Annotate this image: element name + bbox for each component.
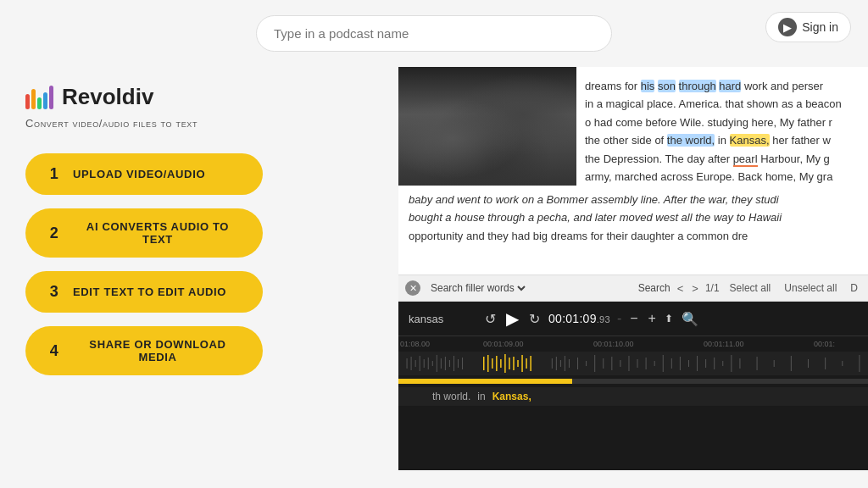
rewind-button[interactable]: ↺ (483, 311, 498, 327)
video-thumbnail (398, 67, 576, 186)
text-line-5: the Depression. The day after pearl Harb… (585, 150, 860, 168)
timeline-marker-1: 01:08.00 (400, 340, 430, 348)
timeline-marker-2: 00:01:09.00 (483, 340, 524, 348)
select-all-button[interactable]: Select all (726, 282, 775, 294)
sign-in-button[interactable]: ▶ Sign in (765, 12, 851, 42)
highlight-hard: hard (719, 80, 741, 92)
header: ▶ Sign in (0, 0, 868, 67)
play-button[interactable]: ▶ (504, 308, 520, 329)
step-1-number: 1 (46, 165, 63, 183)
logo-bar-2 (31, 89, 36, 109)
step-1-button[interactable]: 1 Upload video/audio (25, 153, 263, 195)
progress-fill (398, 379, 572, 384)
logo-bar-5 (49, 86, 53, 109)
timeline-marker-4: 00:01:11.00 (704, 340, 744, 348)
step-3-number: 3 (46, 283, 63, 301)
subtitle-text-before: th world. (432, 391, 470, 402)
logo-bar-4 (43, 92, 47, 109)
main-content: Revoldiv Convert video/audio files to te… (0, 67, 868, 470)
timeline-marker-5: 00:01: (814, 340, 835, 348)
thumbnail-image (398, 67, 576, 186)
volume-up-button[interactable]: + (647, 311, 658, 326)
time-current: 00:01:09.93 (548, 312, 610, 325)
volume-down-button[interactable]: − (628, 311, 639, 326)
step-4-label: Share or download media (73, 338, 242, 363)
timeline: 01:08.00 00:01:09.00 00:01:10.00 00:01:1… (398, 336, 868, 352)
text-line-2: in a magical place. America. that shown … (585, 95, 860, 113)
text-line-4: the other side of the world, in Kansas, … (585, 131, 860, 149)
step-2-number: 2 (46, 225, 63, 242)
logo-icon (25, 86, 53, 109)
text-content-below: baby and went to work on a Bommer assemb… (398, 186, 868, 250)
left-panel: Revoldiv Convert video/audio files to te… (0, 67, 398, 470)
filler-words-search: Search filler words (427, 281, 632, 295)
subtitle-in: in (477, 391, 485, 402)
subtitle-bar: th world. in Kansas, (398, 387, 868, 406)
player-controls: kansas ↺ ▶ ↻ 00:01:09.93 - − + ⬆ 🔍 (398, 302, 868, 336)
search-label: Search (638, 282, 670, 294)
text-line-3: o had come before Wile. studying here, M… (585, 114, 860, 131)
logo-bar-3 (37, 97, 42, 109)
step-3-label: Edit text to edit audio (73, 286, 226, 298)
search-audio-button[interactable]: 🔍 (680, 311, 700, 327)
audio-player: kansas ↺ ▶ ↻ 00:01:09.93 - − + ⬆ 🔍 01:08… (398, 302, 868, 470)
step-1-label: Upload video/audio (73, 168, 205, 180)
account-icon: ▶ (778, 18, 797, 36)
highlight-through: through (679, 80, 716, 92)
highlight-son: son (658, 80, 676, 92)
waveform (398, 352, 868, 375)
subtitle-kansas: Kansas, (492, 391, 531, 402)
search-filler-dropdown[interactable]: Search filler words (427, 281, 528, 295)
step-2-label: AI converts audio to text (73, 220, 242, 246)
logo-row: Revoldiv (25, 84, 373, 110)
search-count: 1/1 (705, 282, 720, 294)
step-2-button[interactable]: 2 AI converts audio to text (25, 208, 263, 258)
tagline: Convert video/audio files to text (25, 117, 373, 130)
timeline-marker-3: 00:01:10.00 (593, 340, 634, 348)
speed-control[interactable]: ⬆ (665, 313, 673, 324)
text-line-8: bought a house through a pecha, and late… (409, 208, 858, 226)
text-line-7: baby and went to work on a Bommer assemb… (409, 191, 858, 208)
highlight-kansas: Kansas, (730, 134, 770, 147)
time-separator: - (617, 311, 621, 326)
logo-name: Revoldiv (62, 84, 153, 110)
search-next-button[interactable]: > (690, 282, 700, 295)
highlight-the-world: the world, (667, 134, 715, 147)
sign-in-label: Sign in (802, 20, 838, 34)
delete-action-button[interactable]: D (847, 282, 861, 294)
close-search-button[interactable]: ✕ (405, 280, 420, 296)
step-4-button[interactable]: 4 Share or download media (25, 326, 263, 375)
highlight-his: his (641, 80, 655, 92)
svg-rect-0 (398, 352, 868, 375)
waveform-svg (398, 352, 868, 375)
search-prev-button[interactable]: < (676, 282, 686, 295)
step-4-number: 4 (46, 342, 63, 360)
search-nav: Search < > 1/1 (638, 282, 720, 295)
progress-bar[interactable] (398, 379, 868, 384)
highlight-pearl: pearl (733, 152, 758, 167)
fast-forward-button[interactable]: ↻ (527, 311, 542, 327)
text-editor-area: dreams for his son through hard work and… (398, 67, 868, 274)
step-3-button[interactable]: 3 Edit text to edit audio (25, 271, 263, 313)
search-toolbar: ✕ Search filler words Search < > 1/1 Sel… (398, 274, 868, 302)
track-name: kansas (409, 313, 476, 325)
text-line-9: opportunity and they had big dreams for … (409, 227, 858, 245)
text-line-6: army, marched across Europe. Back home, … (585, 168, 860, 186)
text-line-1: dreams for his son through hard work and… (585, 77, 860, 95)
podcast-search-input[interactable] (256, 15, 612, 52)
right-panel: dreams for his son through hard work and… (398, 67, 868, 470)
logo-bar-1 (25, 94, 30, 109)
unselect-all-button[interactable]: Unselect all (781, 282, 840, 294)
text-content-right: dreams for his son through hard work and… (576, 67, 868, 197)
